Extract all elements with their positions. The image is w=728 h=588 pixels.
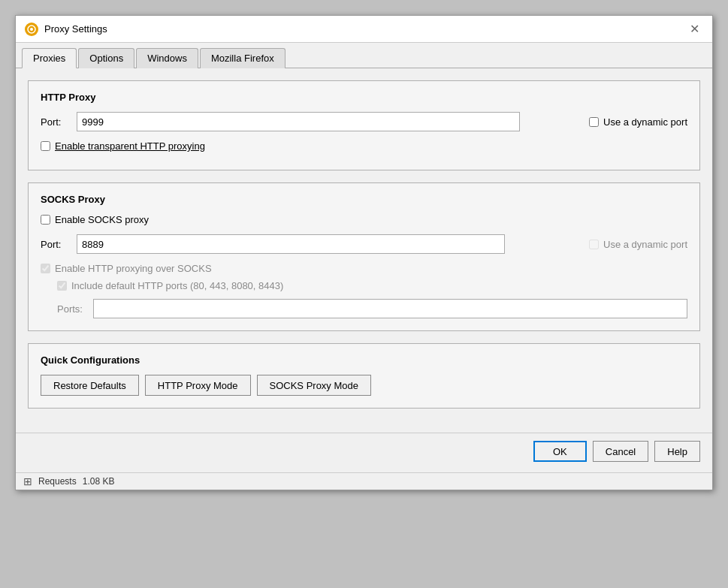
tab-proxies[interactable]: Proxies [22, 48, 77, 68]
include-default-ports-row: Include default HTTP ports (80, 443, 808… [57, 280, 687, 291]
tab-mozilla-firefox[interactable]: Mozilla Firefox [200, 48, 285, 68]
enable-socks-label: Enable SOCKS proxy [55, 214, 149, 225]
enable-transparent-label: Enable transparent HTTP proxying [55, 140, 205, 152]
http-dynamic-port-label: Use a dynamic port [603, 116, 687, 128]
socks-proxy-title: SOCKS Proxy [41, 194, 687, 205]
ports-label: Ports: [57, 303, 87, 315]
proxy-settings-window: Proxy Settings ✕ Proxies Options Windows… [15, 15, 713, 490]
svg-point-2 [30, 28, 33, 31]
socks-port-row: Port: Use a dynamic port [41, 234, 687, 254]
footer-bar: OK Cancel Help [16, 433, 712, 472]
tab-bar: Proxies Options Windows Mozilla Firefox [16, 43, 712, 68]
socks-dynamic-port-row: Use a dynamic port [589, 239, 687, 250]
enable-http-over-socks-row: Enable HTTP proxying over SOCKS [41, 263, 687, 274]
close-button[interactable]: ✕ [685, 20, 703, 38]
requests-label: Requests [38, 476, 77, 487]
restore-defaults-button[interactable]: Restore Defaults [41, 375, 139, 396]
enable-http-over-socks-checkbox[interactable] [41, 264, 50, 273]
enable-socks-row: Enable SOCKS proxy [41, 214, 687, 225]
socks-port-label: Port: [41, 239, 71, 250]
app-icon [25, 23, 38, 36]
tab-windows[interactable]: Windows [136, 48, 198, 68]
http-proxy-mode-button[interactable]: HTTP Proxy Mode [145, 375, 251, 396]
help-button[interactable]: Help [654, 441, 700, 462]
enable-http-over-socks-label: Enable HTTP proxying over SOCKS [55, 263, 212, 274]
quick-config-buttons: Restore Defaults HTTP Proxy Mode SOCKS P… [41, 375, 687, 396]
enable-transparent-row: Enable transparent HTTP proxying [41, 140, 687, 152]
window-title: Proxy Settings [44, 23, 107, 35]
http-port-input[interactable] [77, 112, 520, 131]
include-default-ports-checkbox[interactable] [57, 281, 67, 291]
status-expand-icon[interactable]: ⊞ [23, 475, 32, 487]
ports-input[interactable] [93, 299, 687, 318]
http-dynamic-port-row: Use a dynamic port [589, 116, 687, 128]
quick-config-section: Quick Configurations Restore Defaults HT… [28, 343, 700, 409]
enable-socks-checkbox[interactable] [41, 215, 50, 225]
include-default-ports-label: Include default HTTP ports (80, 443, 808… [71, 280, 283, 291]
status-bar: ⊞ Requests 1.08 KB [16, 472, 712, 490]
cancel-button[interactable]: Cancel [593, 441, 648, 462]
http-proxy-section: HTTP Proxy Port: Use a dynamic port Enab… [28, 80, 700, 170]
enable-transparent-checkbox[interactable] [41, 141, 50, 151]
title-bar-left: Proxy Settings [25, 23, 107, 36]
requests-value: 1.08 KB [83, 476, 115, 487]
socks-dynamic-port-label: Use a dynamic port [603, 239, 687, 250]
socks-port-input[interactable] [77, 234, 505, 254]
socks-dynamic-port-checkbox[interactable] [589, 240, 599, 249]
tab-options[interactable]: Options [78, 48, 134, 68]
http-dynamic-port-checkbox[interactable] [589, 117, 599, 127]
quick-config-title: Quick Configurations [41, 354, 687, 366]
ports-row: Ports: [57, 299, 687, 318]
main-content: HTTP Proxy Port: Use a dynamic port Enab… [16, 68, 712, 433]
http-proxy-title: HTTP Proxy [41, 92, 687, 103]
http-port-label: Port: [41, 116, 71, 128]
socks-proxy-mode-button[interactable]: SOCKS Proxy Mode [257, 375, 372, 396]
http-port-row: Port: Use a dynamic port [41, 112, 687, 131]
socks-proxy-section: SOCKS Proxy Enable SOCKS proxy Port: Use… [28, 182, 700, 331]
ok-button[interactable]: OK [533, 441, 587, 462]
title-bar: Proxy Settings ✕ [16, 16, 712, 43]
